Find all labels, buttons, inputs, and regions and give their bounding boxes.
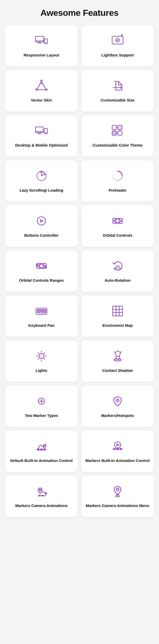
- responsive-icon: [33, 32, 50, 49]
- svg-point-47: [45, 266, 47, 268]
- auto-rotation-icon: [109, 258, 126, 274]
- svg-line-72: [114, 352, 115, 353]
- svg-rect-23: [112, 125, 116, 129]
- feature-label-keyboard-pan: Keyboard Pan: [28, 323, 55, 328]
- svg-point-77: [116, 399, 119, 402]
- feature-label-customizable-size: Customizable Size: [100, 98, 135, 103]
- svg-line-70: [38, 359, 39, 359]
- lazy-scrolling-icon: [33, 168, 50, 184]
- feature-label-responsive-layout: Responsive Layout: [24, 53, 59, 58]
- feature-card-buttons-controller: Buttons Controller: [5, 205, 78, 247]
- feature-label-markers-hotspots: Markers/Hotspots: [101, 413, 134, 418]
- markers-camera-menu-icon: [109, 483, 126, 500]
- feature-card-environment-map: Enviroment Map: [81, 295, 154, 337]
- svg-rect-24: [118, 125, 122, 129]
- buttons-controller-icon: [33, 213, 50, 229]
- feature-label-contact-shadow: Contact Shadow: [102, 368, 133, 373]
- svg-rect-56: [44, 312, 46, 313]
- svg-rect-55: [40, 312, 43, 313]
- feature-label-lightbox-support: Lightbox Support: [102, 53, 134, 58]
- svg-marker-39: [40, 220, 43, 222]
- svg-line-69: [44, 353, 45, 353]
- feature-card-color-theme: Customizable Color Theme: [81, 115, 154, 157]
- feature-card-markers-camera-menu: Markers Camera Animations Menu: [81, 476, 154, 517]
- svg-point-91: [45, 493, 47, 494]
- color-theme-icon: [109, 122, 126, 139]
- svg-point-80: [41, 449, 42, 450]
- feature-card-auto-rotation: Auto-Rotation: [81, 250, 154, 292]
- feature-label-markers-camera-menu: Markers Camera Animations Menu: [86, 503, 149, 508]
- feature-label-color-theme: Customizable Color Theme: [92, 143, 142, 148]
- feature-label-preloader: Preloader: [109, 188, 126, 193]
- lights-icon: [33, 348, 50, 364]
- feature-card-preloader: Preloader: [81, 160, 154, 202]
- feature-label-two-marker-types: Two Marker Types: [25, 413, 58, 418]
- feature-card-keyboard-pan: Keyboard Pan: [5, 295, 78, 337]
- svg-line-67: [38, 353, 39, 353]
- feature-card-responsive-layout: Responsive Layout: [5, 25, 78, 67]
- svg-rect-57: [113, 306, 122, 316]
- svg-marker-85: [117, 444, 119, 446]
- feature-card-orbital-controls-ranges: Orbital Controls Ranges: [5, 250, 78, 292]
- feature-label-environment-map: Enviroment Map: [103, 323, 133, 328]
- feature-label-default-animation: Default Built-In Animation Control: [10, 458, 73, 463]
- feature-label-lights: Lights: [36, 368, 47, 373]
- svg-line-37: [44, 174, 45, 175]
- svg-point-94: [42, 495, 43, 496]
- svg-rect-26: [118, 131, 122, 135]
- feature-card-markers-camera: Markers Camera Animations: [5, 476, 78, 517]
- svg-line-73: [120, 352, 121, 353]
- vector-skin-icon: [33, 77, 50, 94]
- feature-label-orbital-controls-ranges: Orbital Controls Ranges: [19, 278, 64, 283]
- feature-card-default-animation: Default Built-In Animation Control: [5, 431, 78, 472]
- svg-point-62: [39, 353, 44, 359]
- feature-label-orbital-controls: Orbital Controls: [103, 233, 132, 238]
- feature-card-lights: Lights: [5, 341, 78, 382]
- svg-line-68: [44, 359, 45, 359]
- svg-point-90: [39, 489, 41, 491]
- svg-point-71: [114, 359, 121, 361]
- feature-card-markers-animation: Markers Built-In Animation Control: [81, 431, 154, 472]
- svg-rect-50: [37, 309, 39, 311]
- feature-card-lazy-scrolling: Lazy Scrolling/ Loading: [5, 160, 78, 202]
- markers-hotspots-icon: [109, 393, 126, 409]
- feature-card-desktop-mobile: Desktop & Mobile Optimized: [5, 115, 78, 157]
- environment-map-icon: [109, 303, 126, 319]
- svg-point-46: [36, 264, 38, 266]
- svg-point-93: [39, 495, 40, 496]
- markers-camera-icon: [33, 483, 50, 500]
- features-grid: Responsive Layout Lightbox Support Vecto…: [5, 25, 154, 517]
- lightbox-icon: [109, 32, 126, 49]
- svg-rect-25: [112, 131, 116, 135]
- feature-card-markers-hotspots: Markers/Hotspots: [81, 386, 154, 427]
- keyboard-pan-icon: [33, 303, 50, 319]
- svg-rect-52: [42, 309, 44, 311]
- desktop-mobile-icon: [33, 122, 50, 139]
- page-title: Awesome Features: [5, 8, 154, 18]
- feature-card-vector-skin: Vector Skin: [5, 70, 78, 112]
- page: Awesome Features Responsive Layout Light…: [0, 0, 159, 527]
- two-marker-types-icon: [33, 393, 50, 409]
- preloader-icon: [109, 168, 126, 184]
- feature-card-lightbox-support: Lightbox Support: [81, 25, 154, 67]
- svg-rect-54: [37, 312, 39, 313]
- svg-point-48: [114, 268, 121, 270]
- default-animation-icon: [33, 438, 50, 454]
- feature-card-orbital-controls: Orbital Controls: [81, 205, 154, 247]
- contact-shadow-icon: [109, 348, 126, 364]
- feature-label-markers-animation: Markers Built-In Animation Control: [85, 458, 150, 463]
- feature-label-buttons-controller: Buttons Controller: [24, 233, 59, 238]
- customizable-size-icon: [109, 77, 126, 94]
- feature-label-vector-skin: Vector Skin: [31, 98, 52, 103]
- feature-card-contact-shadow: Contact Shadow: [81, 341, 154, 382]
- feature-label-desktop-mobile: Desktop & Mobile Optimized: [15, 143, 68, 148]
- feature-label-markers-camera: Markers Camera Animations: [15, 503, 68, 508]
- orbital-controls-icon: [109, 213, 126, 229]
- feature-card-customizable-size: Customizable Size: [81, 70, 154, 112]
- orbital-controls-ranges-icon: [33, 258, 50, 274]
- feature-label-auto-rotation: Auto-Rotation: [105, 278, 131, 283]
- feature-card-two-marker-types: Two Marker Types: [5, 386, 78, 427]
- svg-point-95: [116, 488, 119, 491]
- svg-rect-53: [44, 309, 46, 311]
- svg-line-35: [41, 174, 44, 176]
